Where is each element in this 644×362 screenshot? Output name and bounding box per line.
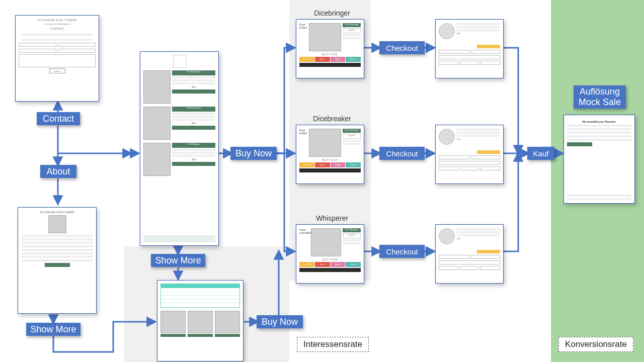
zone-label-konversion: Konversionsrate bbox=[558, 337, 633, 352]
mini-product2: The Dicebreaker bbox=[172, 107, 215, 112]
card-cart-2: Total bbox=[435, 125, 504, 184]
btn-show-more-center[interactable]: Show More bbox=[151, 254, 205, 267]
diagram-canvas: { "buttons": { "contact": "Contact", "ab… bbox=[0, 0, 644, 362]
card-cart-1: Total bbox=[435, 19, 504, 78]
cancel-title: We cancelled your Payment. bbox=[567, 120, 631, 123]
title-whisperer: Whisperer bbox=[307, 214, 357, 222]
card-dicebringer: Push & Roll! The Dicebringer PayPal BUTT… bbox=[296, 19, 364, 78]
title-dicebreaker: Dicebreaker bbox=[307, 115, 357, 123]
card-whisperer: Voice controlled! The Whisperer PayPal B… bbox=[296, 224, 364, 284]
zone-label-interesse: Interessensrate bbox=[297, 337, 369, 352]
card-cart-3: Total bbox=[435, 224, 504, 284]
btn-about[interactable]: About bbox=[40, 165, 76, 178]
card-about: AUTOMATED DICE TOWERS bbox=[18, 207, 97, 314]
contact-title: CONTACT bbox=[19, 27, 96, 30]
btn-checkout-2[interactable]: Checkout bbox=[379, 147, 425, 160]
submit-mini: Submit bbox=[49, 68, 65, 73]
mini-product1: The Dicebringer bbox=[172, 70, 215, 75]
auflosung-line2: Mock Sale bbox=[579, 97, 621, 108]
btn-kauf[interactable]: Kauf bbox=[527, 147, 554, 160]
card-dicebreaker: Push & Roll! The Dicebreaker PayPal BUTT… bbox=[296, 125, 364, 184]
btn-buy-now-top[interactable]: Buy Now bbox=[230, 147, 277, 160]
auflosung-line1: Auflösung bbox=[580, 86, 620, 97]
card-mock-sale-resolution: We cancelled your Payment. bbox=[564, 115, 635, 204]
btn-contact[interactable]: Contact bbox=[37, 112, 80, 125]
card-product-list: The Dicebringer $40 The Dicebreaker $40 … bbox=[140, 51, 219, 246]
btn-checkout-3[interactable]: Checkout bbox=[379, 245, 425, 258]
btn-checkout-1[interactable]: Checkout bbox=[379, 41, 425, 54]
contact-header: AUTOMATED DICE TOWERS bbox=[19, 19, 96, 22]
mini-product3: The Whisperer bbox=[172, 143, 215, 148]
card-contact-form: AUTOMATED DICE TOWERS Level up your tabl… bbox=[15, 15, 99, 102]
btn-show-more-left[interactable]: Show More bbox=[26, 323, 80, 336]
title-dicebringer: Dicebringer bbox=[307, 9, 357, 17]
btn-auflosung-mock-sale[interactable]: Auflösung Mock Sale bbox=[574, 85, 626, 109]
btn-buy-now-bottom[interactable]: Buy Now bbox=[257, 315, 303, 328]
contact-sub: Level up your tabletop games bbox=[19, 23, 96, 25]
card-detail-compare bbox=[157, 280, 244, 361]
